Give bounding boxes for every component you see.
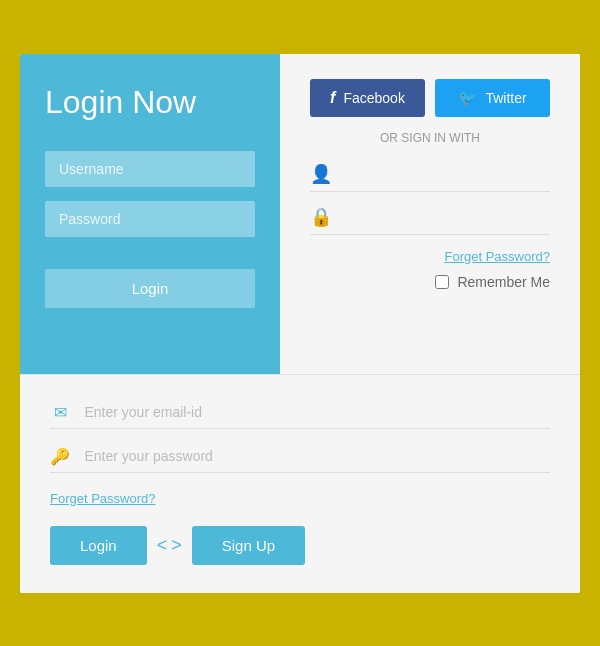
remember-me-label: Remember Me xyxy=(457,274,550,290)
email-input[interactable] xyxy=(84,404,550,420)
password-input[interactable] xyxy=(45,201,255,237)
social-buttons: f Facebook 🐦 Twitter xyxy=(310,79,550,117)
bottom-password-row: 🔑 xyxy=(50,447,550,473)
login-title: Login Now xyxy=(45,84,255,121)
user-icon: 👤 xyxy=(310,163,330,185)
right-username-row: 👤 xyxy=(310,163,550,192)
forgot-password-link-right[interactable]: Forget Password? xyxy=(310,249,550,264)
key-icon: 🔑 xyxy=(50,447,70,466)
bottom-section: ✉ 🔑 Forget Password? Login < > Sign Up xyxy=(20,375,580,593)
email-icon: ✉ xyxy=(50,403,70,422)
facebook-button[interactable]: f Facebook xyxy=(310,79,425,117)
username-input[interactable] xyxy=(45,151,255,187)
remember-me-row: Remember Me xyxy=(310,274,550,290)
chevron-right-icon[interactable]: > xyxy=(171,535,182,556)
or-sign-in-text: OR SIGN IN WITH xyxy=(310,131,550,145)
login-button-bottom[interactable]: Login xyxy=(50,526,147,565)
nav-arrows[interactable]: < > xyxy=(157,535,182,556)
remember-me-checkbox[interactable] xyxy=(435,275,449,289)
top-section: Login Now Login f Facebook 🐦 Twitter xyxy=(20,54,580,374)
page-wrapper: Login Now Login f Facebook 🐦 Twitter xyxy=(0,0,600,646)
login-button-left[interactable]: Login xyxy=(45,269,255,308)
facebook-icon: f xyxy=(330,89,335,107)
twitter-button-label: Twitter xyxy=(485,90,526,106)
right-password-input[interactable] xyxy=(340,209,550,225)
email-input-row: ✉ xyxy=(50,403,550,429)
bottom-buttons: Login < > Sign Up xyxy=(50,526,550,565)
signup-button[interactable]: Sign Up xyxy=(192,526,305,565)
facebook-button-label: Facebook xyxy=(343,90,404,106)
left-fields: Login xyxy=(45,151,255,344)
right-panel: f Facebook 🐦 Twitter OR SIGN IN WITH 👤 🔒 xyxy=(280,54,580,374)
bottom-password-input[interactable] xyxy=(84,448,550,464)
right-username-input[interactable] xyxy=(340,166,550,182)
chevron-left-icon[interactable]: < xyxy=(157,535,168,556)
twitter-icon: 🐦 xyxy=(458,89,477,107)
twitter-button[interactable]: 🐦 Twitter xyxy=(435,79,550,117)
left-panel: Login Now Login xyxy=(20,54,280,374)
right-password-row: 🔒 xyxy=(310,206,550,235)
main-card: Login Now Login f Facebook 🐦 Twitter xyxy=(20,54,580,593)
forgot-password-link-bottom[interactable]: Forget Password? xyxy=(50,491,550,506)
lock-icon: 🔒 xyxy=(310,206,330,228)
